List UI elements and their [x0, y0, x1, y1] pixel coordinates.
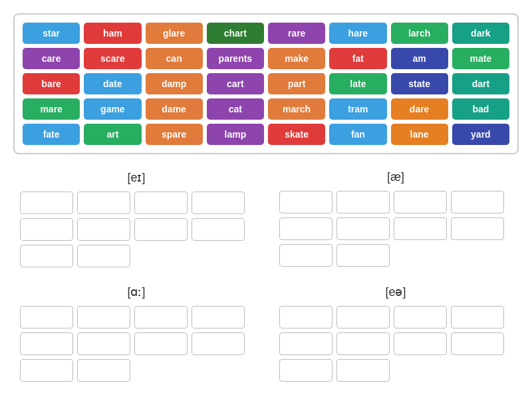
drop-cell[interactable]	[20, 218, 73, 241]
drop-cell[interactable]	[336, 359, 390, 382]
drop-cell[interactable]	[279, 191, 332, 213]
word-tile-part[interactable]: part	[268, 73, 325, 94]
drop-cell[interactable]	[451, 306, 504, 329]
drop-cell[interactable]	[192, 218, 245, 241]
drop-cell[interactable]	[451, 332, 504, 355]
word-tile-late[interactable]: late	[329, 73, 386, 94]
word-tile-scare[interactable]: scare	[84, 48, 141, 69]
drop-cell[interactable]	[451, 217, 504, 240]
word-tile-mate[interactable]: mate	[452, 48, 509, 69]
word-tile-larch[interactable]: larch	[391, 23, 448, 44]
word-tile-bad[interactable]: bad	[452, 98, 509, 120]
word-tile-mare[interactable]: mare	[23, 98, 80, 120]
phoneme-drop-area-0	[20, 192, 245, 271]
word-grid-container: starhamglarechartrareharelarchdarkcaresc…	[13, 13, 519, 154]
word-tile-dare[interactable]: dare	[391, 98, 448, 120]
word-tile-hare[interactable]: hare	[329, 23, 386, 44]
drop-cell[interactable]	[77, 245, 130, 267]
drop-cell[interactable]	[279, 217, 332, 240]
word-tile-fan[interactable]: fan	[329, 124, 386, 145]
word-tile-glare[interactable]: glare	[146, 23, 203, 44]
word-tile-tram[interactable]: tram	[329, 98, 386, 120]
drop-cell[interactable]	[336, 217, 390, 240]
drop-cell[interactable]	[20, 245, 73, 267]
drop-cell[interactable]	[394, 191, 447, 213]
drop-cell[interactable]	[77, 359, 130, 382]
word-tile-cat[interactable]: cat	[207, 98, 264, 120]
drop-row-0-2	[20, 245, 245, 267]
word-tile-dark[interactable]: dark	[452, 23, 509, 44]
drop-cell[interactable]	[279, 306, 332, 329]
word-tile-art[interactable]: art	[84, 124, 141, 145]
drop-cell[interactable]	[394, 332, 447, 355]
word-tile-skate[interactable]: skate	[268, 124, 325, 145]
drop-cell[interactable]	[134, 332, 188, 355]
phoneme-section-1: [æ]	[279, 170, 512, 271]
drop-cell[interactable]	[336, 306, 390, 329]
word-tile-fat[interactable]: fat	[329, 48, 386, 69]
drop-cell[interactable]	[77, 306, 130, 329]
drop-cell[interactable]	[192, 306, 245, 329]
drop-cell[interactable]	[134, 218, 188, 241]
drop-cell[interactable]	[77, 332, 130, 355]
drop-row-3-2	[279, 359, 504, 382]
drop-row-3-0	[279, 306, 504, 329]
word-tile-damp[interactable]: damp	[146, 73, 203, 94]
word-tile-lane[interactable]: lane	[391, 124, 448, 145]
drop-cell[interactable]	[279, 244, 332, 267]
word-tile-march[interactable]: march	[268, 98, 325, 120]
drop-cell[interactable]	[336, 191, 390, 213]
word-tile-star[interactable]: star	[23, 23, 80, 44]
word-tile-state[interactable]: state	[391, 73, 448, 94]
word-tile-dart[interactable]: dart	[452, 73, 509, 94]
phoneme-label-3: [eə]	[279, 285, 512, 299]
drop-row-1-0	[279, 191, 504, 213]
drop-cell[interactable]	[279, 359, 332, 382]
drop-cell[interactable]	[20, 192, 73, 214]
word-tile-ham[interactable]: ham	[84, 23, 141, 44]
word-tile-bare[interactable]: bare	[23, 73, 80, 94]
word-tile-yard[interactable]: yard	[452, 124, 509, 145]
drop-row-2-0	[20, 306, 245, 329]
word-tile-cart[interactable]: cart	[207, 73, 264, 94]
phoneme-label-1: [æ]	[279, 170, 512, 184]
drop-row-1-2	[279, 244, 504, 267]
word-tile-make[interactable]: make	[268, 48, 325, 69]
phoneme-section-2: [ɑː]	[20, 285, 253, 386]
drop-cell[interactable]	[77, 192, 130, 214]
drop-cell[interactable]	[20, 306, 73, 329]
phoneme-section-3: [eə]	[279, 285, 512, 386]
drop-cell[interactable]	[20, 359, 73, 382]
drop-cell[interactable]	[77, 218, 130, 241]
drop-cell[interactable]	[336, 332, 390, 355]
drop-cell[interactable]	[394, 306, 447, 329]
word-tile-rare[interactable]: rare	[268, 23, 325, 44]
word-tile-spare[interactable]: spare	[146, 124, 203, 145]
word-tile-can[interactable]: can	[146, 48, 203, 69]
phoneme-label-2: [ɑː]	[20, 285, 253, 299]
drop-row-2-1	[20, 332, 245, 355]
drop-cell[interactable]	[20, 332, 73, 355]
drop-cell[interactable]	[192, 332, 245, 355]
drop-row-0-0	[20, 192, 245, 214]
word-tile-parents[interactable]: parents	[207, 48, 264, 69]
drop-cell[interactable]	[451, 191, 504, 213]
drop-cell[interactable]	[394, 217, 447, 240]
word-tile-dame[interactable]: dame	[146, 98, 203, 120]
word-tile-fate[interactable]: fate	[23, 124, 80, 145]
drop-row-2-2	[20, 359, 245, 382]
word-tile-am[interactable]: am	[391, 48, 448, 69]
drop-cell[interactable]	[134, 192, 188, 214]
word-tile-date[interactable]: date	[84, 73, 141, 94]
drop-cell[interactable]	[134, 306, 188, 329]
word-tile-chart[interactable]: chart	[207, 23, 264, 44]
drop-cell[interactable]	[279, 332, 332, 355]
drop-row-1-1	[279, 217, 504, 240]
drop-cell[interactable]	[192, 192, 245, 214]
word-tile-lamp[interactable]: lamp	[207, 124, 264, 145]
phoneme-drop-area-1	[279, 191, 504, 271]
drop-cell[interactable]	[336, 244, 390, 267]
phoneme-label-0: [eɪ]	[20, 170, 253, 185]
word-tile-care[interactable]: care	[23, 48, 80, 69]
word-tile-game[interactable]: game	[84, 98, 141, 120]
